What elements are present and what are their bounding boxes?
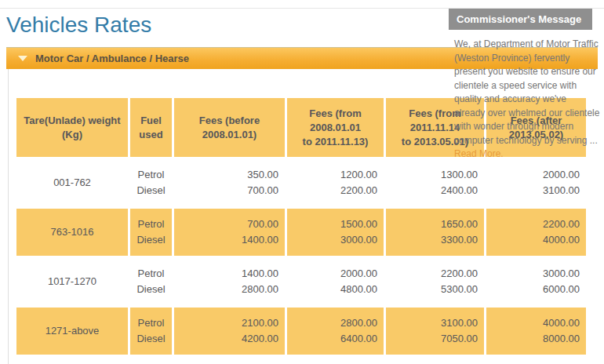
fee-cell: 2200.00 5300.00 [386, 258, 484, 305]
header-line: 2008.01.01) [174, 128, 285, 142]
fee-value: 3000.00 [486, 266, 580, 282]
fee-cell: 350.00 700.00 [174, 159, 285, 206]
fuel-cell: Petrol Diesel [130, 159, 172, 206]
fee-value: 700.00 [174, 183, 278, 198]
fee-value: 2800.00 [287, 315, 377, 331]
header-line: Fees (from [287, 107, 384, 121]
fee-cell: 1500.00 3000.00 [287, 209, 384, 256]
header-line: to 2011.11.13) [287, 135, 384, 149]
fee-cell: 1300.00 2400.00 [386, 159, 484, 206]
fee-cell: 1650.00 3300.00 [386, 209, 484, 256]
fee-value: 2400.00 [386, 183, 478, 198]
fee-value: 4000.00 [486, 315, 580, 331]
fuel-cell: Petrol Diesel [130, 209, 172, 256]
commissioner-message-title: Commissioner's Message [449, 9, 592, 30]
fee-value: 3100.00 [486, 183, 580, 198]
fuel-label: Diesel [130, 331, 172, 347]
col-header-fuel-used: Fuel used [130, 98, 172, 157]
header-line: Fuel [130, 114, 172, 128]
fee-cell: 1200.00 2200.00 [287, 159, 384, 206]
fee-cell: 2200.00 4000.00 [486, 209, 586, 256]
fee-value: 3000.00 [287, 232, 377, 248]
table-row: 001-762 Petrol Diesel 350.00 700.00 1200… [16, 159, 586, 206]
triangle-down-icon [18, 56, 27, 61]
col-header-fees-before-2008: Fees (before 2008.01.01) [174, 98, 285, 157]
header-line: (Kg) [16, 128, 128, 142]
commissioner-message-body: We, at Department of Motor Traffic (West… [449, 30, 592, 162]
fee-value: 4800.00 [287, 282, 377, 297]
read-more-link[interactable]: Read More. [454, 147, 592, 162]
fee-value: 2800.00 [174, 282, 278, 297]
accordion-label: Motor Car / Ambulance / Hearse [35, 53, 189, 64]
fee-cell: 4000.00 8000.00 [486, 308, 586, 355]
message-line: computer technology by serving ... [454, 134, 592, 148]
fee-cell: 2000.00 3100.00 [486, 159, 586, 206]
fuel-label: Diesel [130, 183, 172, 198]
fee-value: 2100.00 [174, 315, 278, 331]
fee-value: 2200.00 [486, 217, 580, 232]
weight-cell: 1271-above [16, 308, 128, 355]
fee-value: 1650.00 [386, 217, 478, 232]
message-line: (Weston Province) fervently [454, 52, 592, 66]
fee-value: 1300.00 [386, 167, 478, 183]
fee-cell: 2800.00 6400.00 [287, 308, 384, 355]
message-line: with wonder through modern [454, 120, 592, 134]
fuel-label: Petrol [130, 266, 172, 282]
content-left-border [8, 69, 9, 364]
fuel-label: Diesel [130, 232, 172, 248]
fee-cell: 700.00 1400.00 [174, 209, 285, 256]
header-line: 2008.01.01 [287, 121, 384, 135]
fee-value: 4000.00 [486, 232, 580, 248]
fee-value: 5300.00 [386, 282, 478, 297]
page-title: Vehicles Rates [6, 13, 151, 38]
fee-cell: 1400.00 2800.00 [174, 258, 285, 305]
col-header-fees-2008-2011: Fees (from 2008.01.01 to 2011.11.13) [287, 98, 384, 157]
fee-value: 8000.00 [486, 331, 580, 347]
header-line: Fees (before [174, 114, 285, 128]
fee-value: 3100.00 [386, 315, 478, 331]
fee-value: 350.00 [174, 167, 278, 183]
fee-value: 2000.00 [486, 167, 580, 183]
fee-value: 2000.00 [287, 266, 377, 282]
fee-value: 2200.00 [287, 183, 377, 198]
fee-cell: 2100.00 4200.00 [174, 308, 285, 355]
fee-value: 1200.00 [287, 167, 377, 183]
commissioner-message-panel: Commissioner's Message We, at Department… [449, 9, 592, 162]
fuel-label: Petrol [130, 167, 172, 183]
fuel-label: Petrol [130, 315, 172, 331]
fuel-label: Diesel [130, 282, 172, 297]
fee-value: 1400.00 [174, 232, 278, 248]
header-line: used [130, 128, 172, 142]
fee-value: 7050.00 [386, 331, 478, 347]
weight-cell: 1017-1270 [16, 258, 128, 305]
fuel-cell: Petrol Diesel [130, 258, 172, 305]
message-line: quality and accuracy we've [454, 93, 592, 107]
message-line: already over whelmed our clientele [454, 107, 592, 121]
fee-cell: 3100.00 7050.00 [386, 308, 484, 355]
fee-value: 700.00 [174, 217, 278, 232]
header-line: Tare(Unlade) weight [16, 114, 128, 128]
weight-cell: 763-1016 [16, 209, 128, 256]
fee-value: 3300.00 [386, 232, 478, 248]
table-row: 1017-1270 Petrol Diesel 1400.00 2800.00 … [16, 258, 586, 305]
message-line: present you website to ensure our [454, 65, 592, 79]
fee-cell: 3000.00 6000.00 [486, 258, 586, 305]
fee-value: 6400.00 [287, 331, 377, 347]
message-line: clientele a speed service with [454, 79, 592, 93]
fee-value: 4200.00 [174, 331, 278, 347]
weight-cell: 001-762 [16, 159, 128, 206]
fuel-label: Petrol [130, 217, 172, 232]
fee-value: 1400.00 [174, 266, 278, 282]
fee-value: 6000.00 [486, 282, 580, 297]
fee-cell: 2000.00 4800.00 [287, 258, 384, 305]
message-line: We, at Department of Motor Traffic [454, 38, 592, 52]
col-header-tare-weight: Tare(Unlade) weight (Kg) [16, 98, 128, 157]
fee-value: 1500.00 [287, 217, 377, 232]
fuel-cell: Petrol Diesel [130, 308, 172, 355]
fee-value: 2200.00 [386, 266, 478, 282]
table-row: 1271-above Petrol Diesel 2100.00 4200.00… [16, 308, 586, 355]
table-row: 763-1016 Petrol Diesel 700.00 1400.00 15… [16, 209, 586, 256]
